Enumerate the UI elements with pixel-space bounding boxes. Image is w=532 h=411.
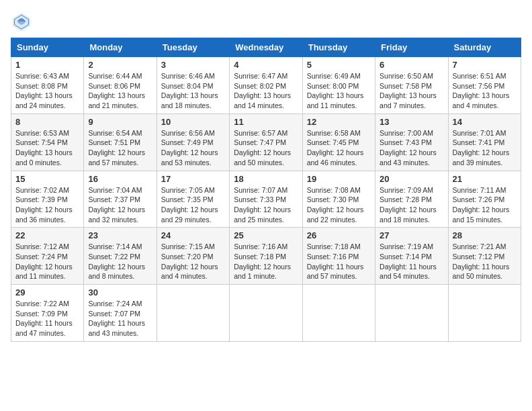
day-number: 29 [15,287,79,298]
day-info: Sunrise: 7:04 AMSunset: 7:37 PMDaylight:… [88,185,152,225]
day-number: 26 [307,230,371,240]
day-info: Sunrise: 6:43 AMSunset: 8:08 PMDaylight:… [15,71,79,111]
calendar-cell: 6Sunrise: 6:50 AMSunset: 7:58 PMDaylight… [375,57,448,114]
day-number: 6 [380,60,443,70]
calendar-cell: 19Sunrise: 7:08 AMSunset: 7:30 PMDayligh… [302,171,375,228]
day-info: Sunrise: 7:05 AMSunset: 7:35 PMDaylight:… [161,185,225,225]
day-number: 11 [234,117,298,127]
calendar-cell: 9Sunrise: 6:54 AMSunset: 7:51 PMDaylight… [84,113,157,171]
day-number: 9 [88,117,152,127]
header-saturday: Saturday [448,38,521,57]
day-number: 4 [234,60,298,70]
day-info: Sunrise: 7:15 AMSunset: 7:20 PMDaylight:… [161,242,225,281]
calendar-cell [448,285,521,342]
day-number: 10 [161,117,225,127]
day-number: 21 [453,174,517,184]
logo [11,11,35,32]
calendar-cell: 16Sunrise: 7:04 AMSunset: 7:37 PMDayligh… [84,171,157,228]
day-info: Sunrise: 7:07 AMSunset: 7:33 PMDaylight:… [234,185,298,225]
header-friday: Friday [375,38,448,57]
day-info: Sunrise: 7:14 AMSunset: 7:22 PMDaylight:… [88,242,152,281]
calendar-cell: 27Sunrise: 7:19 AMSunset: 7:14 PMDayligh… [375,228,448,285]
day-number: 5 [307,60,371,70]
day-number: 13 [380,117,443,127]
calendar-cell: 10Sunrise: 6:56 AMSunset: 7:49 PMDayligh… [157,113,229,171]
calendar-cell: 21Sunrise: 7:11 AMSunset: 7:26 PMDayligh… [448,171,521,228]
day-number: 22 [15,230,79,240]
day-info: Sunrise: 6:54 AMSunset: 7:51 PMDaylight:… [88,128,152,168]
week-row-2: 8Sunrise: 6:53 AMSunset: 7:54 PMDaylight… [11,113,521,171]
day-number: 7 [453,60,517,70]
day-number: 20 [380,174,443,184]
calendar-cell: 1Sunrise: 6:43 AMSunset: 8:08 PMDaylight… [11,57,84,114]
day-number: 1 [15,60,79,70]
calendar-cell: 20Sunrise: 7:09 AMSunset: 7:28 PMDayligh… [375,171,448,228]
page-header [11,11,521,32]
day-number: 27 [380,230,443,240]
calendar-cell: 15Sunrise: 7:02 AMSunset: 7:39 PMDayligh… [11,171,84,228]
calendar-cell: 13Sunrise: 7:00 AMSunset: 7:43 PMDayligh… [375,113,448,171]
calendar-cell: 18Sunrise: 7:07 AMSunset: 7:33 PMDayligh… [230,171,302,228]
day-info: Sunrise: 7:09 AMSunset: 7:28 PMDaylight:… [380,185,443,225]
day-info: Sunrise: 6:46 AMSunset: 8:04 PMDaylight:… [161,71,225,111]
calendar-table: SundayMondayTuesdayWednesdayThursdayFrid… [11,38,521,342]
day-info: Sunrise: 7:01 AMSunset: 7:41 PMDaylight:… [453,128,517,168]
day-number: 28 [453,230,517,240]
calendar-cell: 14Sunrise: 7:01 AMSunset: 7:41 PMDayligh… [448,113,521,171]
calendar-cell: 25Sunrise: 7:16 AMSunset: 7:18 PMDayligh… [230,228,302,285]
day-info: Sunrise: 7:08 AMSunset: 7:30 PMDaylight:… [307,185,371,225]
day-info: Sunrise: 7:11 AMSunset: 7:26 PMDaylight:… [453,185,517,225]
calendar-cell: 4Sunrise: 6:47 AMSunset: 8:02 PMDaylight… [230,57,302,114]
day-info: Sunrise: 6:51 AMSunset: 7:56 PMDaylight:… [453,71,517,111]
header-wednesday: Wednesday [230,38,302,57]
calendar-cell: 29Sunrise: 7:22 AMSunset: 7:09 PMDayligh… [11,285,84,342]
day-number: 18 [234,174,298,184]
calendar-cell: 12Sunrise: 6:58 AMSunset: 7:45 PMDayligh… [302,113,375,171]
week-row-3: 15Sunrise: 7:02 AMSunset: 7:39 PMDayligh… [11,171,521,228]
calendar-cell [157,285,229,342]
day-number: 25 [234,230,298,240]
calendar-cell [230,285,302,342]
header-sunday: Sunday [11,38,84,57]
day-info: Sunrise: 7:02 AMSunset: 7:39 PMDaylight:… [15,185,79,225]
day-number: 8 [15,117,79,127]
calendar-cell: 24Sunrise: 7:15 AMSunset: 7:20 PMDayligh… [157,228,229,285]
calendar-cell [302,285,375,342]
calendar-cell: 2Sunrise: 6:44 AMSunset: 8:06 PMDaylight… [84,57,157,114]
day-info: Sunrise: 6:50 AMSunset: 7:58 PMDaylight:… [380,71,443,111]
header-tuesday: Tuesday [157,38,229,57]
day-info: Sunrise: 7:18 AMSunset: 7:16 PMDaylight:… [307,242,371,281]
calendar-cell: 5Sunrise: 6:49 AMSunset: 8:00 PMDaylight… [302,57,375,114]
day-info: Sunrise: 7:21 AMSunset: 7:12 PMDaylight:… [453,242,517,281]
calendar-cell: 26Sunrise: 7:18 AMSunset: 7:16 PMDayligh… [302,228,375,285]
calendar-cell: 23Sunrise: 7:14 AMSunset: 7:22 PMDayligh… [84,228,157,285]
day-info: Sunrise: 6:49 AMSunset: 8:00 PMDaylight:… [307,71,371,111]
day-info: Sunrise: 6:47 AMSunset: 8:02 PMDaylight:… [234,71,298,111]
day-number: 23 [88,230,152,240]
day-number: 16 [88,174,152,184]
day-info: Sunrise: 6:57 AMSunset: 7:47 PMDaylight:… [234,128,298,168]
day-info: Sunrise: 7:19 AMSunset: 7:14 PMDaylight:… [380,242,443,281]
calendar-cell: 30Sunrise: 7:24 AMSunset: 7:07 PMDayligh… [84,285,157,342]
day-number: 15 [15,174,79,184]
day-info: Sunrise: 7:24 AMSunset: 7:07 PMDaylight:… [88,299,152,338]
header-thursday: Thursday [302,38,375,57]
day-number: 3 [161,60,225,70]
week-row-5: 29Sunrise: 7:22 AMSunset: 7:09 PMDayligh… [11,285,521,342]
day-info: Sunrise: 6:53 AMSunset: 7:54 PMDaylight:… [15,128,79,168]
calendar-cell: 3Sunrise: 6:46 AMSunset: 8:04 PMDaylight… [157,57,229,114]
header-row: SundayMondayTuesdayWednesdayThursdayFrid… [11,38,521,57]
calendar-cell: 7Sunrise: 6:51 AMSunset: 7:56 PMDaylight… [448,57,521,114]
day-number: 2 [88,60,152,70]
day-info: Sunrise: 6:58 AMSunset: 7:45 PMDaylight:… [307,128,371,168]
day-info: Sunrise: 6:44 AMSunset: 8:06 PMDaylight:… [88,71,152,111]
day-info: Sunrise: 7:00 AMSunset: 7:43 PMDaylight:… [380,128,443,168]
day-info: Sunrise: 6:56 AMSunset: 7:49 PMDaylight:… [161,128,225,168]
calendar-cell: 22Sunrise: 7:12 AMSunset: 7:24 PMDayligh… [11,228,84,285]
calendar-cell: 28Sunrise: 7:21 AMSunset: 7:12 PMDayligh… [448,228,521,285]
calendar-cell: 17Sunrise: 7:05 AMSunset: 7:35 PMDayligh… [157,171,229,228]
calendar-cell: 11Sunrise: 6:57 AMSunset: 7:47 PMDayligh… [230,113,302,171]
logo-icon [11,11,32,32]
day-info: Sunrise: 7:22 AMSunset: 7:09 PMDaylight:… [15,299,79,338]
day-number: 30 [88,287,152,298]
